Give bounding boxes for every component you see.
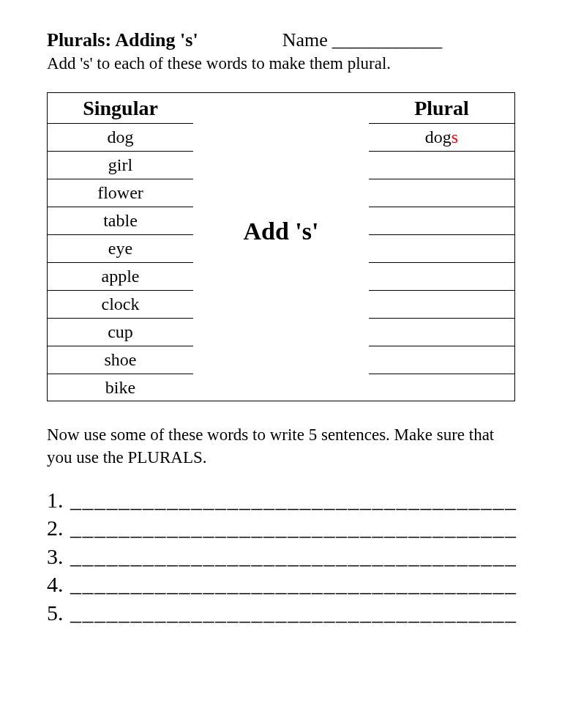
plurals-table: Singular dog girl flower table eye apple… [47, 92, 515, 401]
line-number: 2. [47, 514, 70, 542]
line-blank: _____________________________________ [70, 543, 517, 571]
plural-blank [369, 318, 515, 346]
header-line: Plurals: Adding 's' Name ____________ [47, 29, 515, 51]
line-number: 5. [47, 599, 70, 627]
singular-word: flower [47, 179, 193, 207]
sentence-line: 3. _____________________________________ [47, 543, 515, 571]
sentence-line: 4. _____________________________________ [47, 571, 515, 598]
add-s-label: Add 's' [244, 218, 319, 245]
plural-blank [369, 179, 515, 207]
singular-word: dog [47, 123, 193, 151]
line-number: 4. [47, 571, 70, 598]
plural-blank [369, 207, 515, 234]
plural-blank [369, 151, 515, 179]
singular-word: girl [47, 151, 193, 179]
line-number: 1. [47, 486, 70, 514]
plural-blank [369, 290, 515, 318]
sentence-line: 1. _____________________________________ [47, 486, 515, 514]
instruction-text: Add 's' to each of these words to make t… [47, 54, 515, 73]
singular-word: apple [47, 262, 193, 290]
sentence-lines: 1. _____________________________________… [47, 486, 515, 627]
plural-base: dog [425, 127, 452, 147]
plural-header: Plural [369, 92, 515, 123]
name-blank: ____________ [332, 29, 442, 51]
middle-column: Add 's' [193, 92, 369, 401]
singular-word: clock [47, 290, 193, 318]
instruction-text-2: Now use some of these words to write 5 s… [47, 423, 515, 469]
line-blank: _____________________________________ [70, 571, 517, 598]
plural-word: dogs [369, 123, 515, 151]
plural-blank [369, 262, 515, 290]
singular-word: bike [47, 374, 193, 401]
singular-header: Singular [47, 92, 193, 123]
singular-word: table [47, 207, 193, 234]
singular-word: cup [47, 318, 193, 346]
sentence-line: 2. _____________________________________ [47, 514, 515, 542]
line-blank: _____________________________________ [70, 599, 517, 627]
plural-column: Plural dogs [369, 92, 515, 401]
sentence-line: 5. _____________________________________ [47, 599, 515, 627]
singular-column: Singular dog girl flower table eye apple… [47, 92, 193, 401]
plural-blank [369, 234, 515, 262]
plural-blank [369, 346, 515, 374]
line-blank: _____________________________________ [70, 486, 517, 514]
singular-word: shoe [47, 346, 193, 374]
plural-blank [369, 374, 515, 401]
line-blank: _____________________________________ [70, 514, 517, 542]
worksheet-title: Plurals: Adding 's' [47, 29, 198, 51]
name-label: Name [282, 29, 328, 51]
line-number: 3. [47, 543, 70, 571]
plural-suffix: s [452, 127, 458, 147]
singular-word: eye [47, 234, 193, 262]
